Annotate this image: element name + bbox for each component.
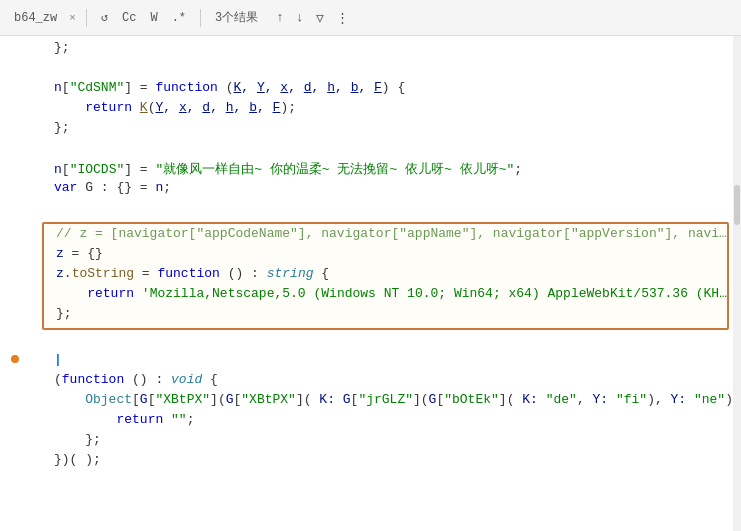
code-line: })( ); xyxy=(0,452,741,472)
prev-result-button[interactable]: ↑ xyxy=(272,8,288,27)
refresh-button[interactable]: ↺ xyxy=(97,8,112,27)
code-text: })( ); xyxy=(50,452,741,467)
next-result-button[interactable]: ↓ xyxy=(292,8,308,27)
tab-close-button[interactable]: × xyxy=(69,12,76,24)
code-line: z.toString = function () : string { xyxy=(44,266,727,286)
code-line: return 'Mozilla,Netscape,5.0 (Windows NT… xyxy=(44,286,727,306)
cursor-line: | xyxy=(0,352,741,372)
word-button[interactable]: W xyxy=(146,9,161,27)
tab-name: b64_zw xyxy=(8,9,63,27)
filter-button[interactable]: ▽ xyxy=(312,8,328,28)
code-line: var G : {} = n; xyxy=(0,180,741,200)
code-text: }; xyxy=(50,40,741,55)
case-sensitive-button[interactable]: Cc xyxy=(118,9,140,27)
code-text: }; xyxy=(50,432,741,447)
code-text: return ""; xyxy=(50,412,741,427)
code-line xyxy=(0,140,741,160)
toolbar-right: ↑ ↓ ▽ ⋮ xyxy=(272,8,352,28)
code-text: return K(Y, x, d, h, b, F); xyxy=(50,100,741,115)
toolbar-separator-2 xyxy=(200,9,201,27)
code-text: var G : {} = n; xyxy=(50,180,741,195)
code-text: | xyxy=(50,352,741,367)
code-line: n["CdSNM"] = function (K, Y, x, d, h, b,… xyxy=(0,80,741,100)
code-line: z = {} xyxy=(44,246,727,266)
toolbar-separator xyxy=(86,9,87,27)
code-text: (function () : void { xyxy=(50,372,741,387)
scrollbar[interactable] xyxy=(733,36,741,531)
code-text: return 'Mozilla,Netscape,5.0 (Windows NT… xyxy=(52,286,727,301)
code-text: z = {} xyxy=(52,246,727,261)
code-line: }; xyxy=(0,432,741,452)
code-line: }; xyxy=(0,120,741,140)
code-content[interactable]: }; n["CdSNM"] = function (K, Y, x, d, h,… xyxy=(0,36,741,531)
code-text: n["IOCDS"] = "就像风一样自由~ 你的温柔~ 无法挽留~ 依儿呀~ … xyxy=(50,160,741,178)
code-line: (function () : void { xyxy=(0,372,741,392)
code-text: }; xyxy=(52,306,727,321)
code-line: return ""; xyxy=(0,412,741,432)
code-text xyxy=(50,332,741,347)
code-text xyxy=(50,140,741,155)
code-text: z.toString = function () : string { xyxy=(52,266,727,281)
bookmark-dot xyxy=(11,355,19,363)
code-line: Object[G["XBtPX"](G["XBtPX"]( K: G["jrGL… xyxy=(0,392,741,412)
toolbar: b64_zw × ↺ Cc W .* 3个结果 ↑ ↓ ▽ ⋮ xyxy=(0,0,741,36)
code-text: n["CdSNM"] = function (K, Y, x, d, h, b,… xyxy=(50,80,741,95)
code-line: // z = [navigator["appCodeName"], naviga… xyxy=(44,226,727,246)
scrollbar-thumb[interactable] xyxy=(734,185,740,225)
regex-button[interactable]: .* xyxy=(168,9,190,27)
code-text xyxy=(50,60,741,75)
code-text: Object[G["XBtPX"](G["XBtPX"]( K: G["jrGL… xyxy=(50,392,741,407)
result-count: 3个结果 xyxy=(215,9,258,26)
code-area: }; n["CdSNM"] = function (K, Y, x, d, h,… xyxy=(0,36,741,531)
code-line xyxy=(0,60,741,80)
code-text: // z = [navigator["appCodeName"], naviga… xyxy=(52,226,727,241)
highlight-block: // z = [navigator["appCodeName"], naviga… xyxy=(42,222,729,330)
code-line: return K(Y, x, d, h, b, F); xyxy=(0,100,741,120)
code-text: }; xyxy=(50,120,741,135)
code-text xyxy=(50,200,741,215)
code-line: n["IOCDS"] = "就像风一样自由~ 你的温柔~ 无法挽留~ 依儿呀~ … xyxy=(0,160,741,180)
code-line: }; xyxy=(44,306,727,326)
bookmark xyxy=(8,355,22,363)
code-line: }; xyxy=(0,40,741,60)
more-button[interactable]: ⋮ xyxy=(332,8,353,28)
code-line xyxy=(0,332,741,352)
code-line xyxy=(0,200,741,220)
